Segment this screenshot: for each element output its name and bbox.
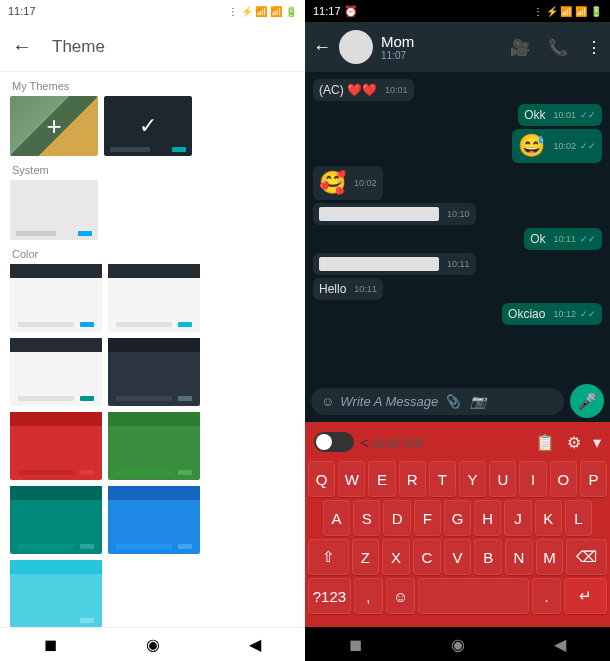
add-theme-card[interactable] [10,96,98,156]
chat-body[interactable]: (AC) ❤️❤️10:01Okk10:01✓✓😅10:02✓✓🥰10:0210… [305,72,610,380]
key[interactable]: P [580,461,607,497]
nav-home-icon[interactable]: ◉ [451,635,465,654]
color-swatch[interactable] [10,560,102,628]
android-nav-bar: ◼ ◉ ◀ [0,627,305,661]
key[interactable]: X [382,539,410,575]
attach-icon[interactable]: 📎 [444,394,460,409]
key[interactable]: Q [308,461,335,497]
key[interactable]: F [414,500,441,536]
key[interactable]: D [383,500,410,536]
key-period[interactable]: . [532,578,561,614]
key[interactable]: O [550,461,577,497]
key[interactable]: H [474,500,501,536]
message-bubble[interactable]: Okciao10:12✓✓ [502,303,602,325]
color-swatch[interactable] [10,264,102,332]
message-bubble[interactable]: 10:10 [313,203,476,225]
message-row: Hello10:11 [313,278,602,300]
color-swatch[interactable] [108,486,200,554]
key[interactable]: ⌫ [566,539,607,575]
key-numbers[interactable]: ?123 [308,578,351,614]
message-row: Ok10:11✓✓ [313,228,602,250]
key[interactable]: A [323,500,350,536]
settings-icon[interactable]: ⚙ [567,433,581,452]
nav-back-icon[interactable]: ◀ [249,635,261,654]
message-row: 😅10:02✓✓ [313,129,602,163]
key-enter[interactable]: ↵ [564,578,607,614]
more-icon[interactable]: ⋮ [586,38,602,57]
back-arrow-icon[interactable]: ← [12,35,32,58]
keyboard-toggle[interactable] [314,432,354,452]
key[interactable]: M [536,539,564,575]
key[interactable]: N [505,539,533,575]
mic-button[interactable]: 🎤 [570,384,604,418]
voice-call-icon[interactable]: 📞 [548,38,568,57]
video-call-icon[interactable]: 🎥 [510,38,530,57]
nav-back-icon[interactable]: ◀ [554,635,566,654]
section-my-themes: My Themes [0,72,305,96]
nav-recent-icon[interactable]: ◼ [349,635,362,654]
my-themes-grid [0,96,305,156]
back-arrow-icon[interactable]: ← [313,37,331,58]
key[interactable]: C [413,539,441,575]
message-row: 🥰10:02 [313,166,602,200]
key[interactable]: K [535,500,562,536]
key-space[interactable] [418,578,529,614]
message-bubble[interactable]: Hello10:11 [313,278,383,300]
chat-panel: 11:17 ⏰ ⋮ ⚡ 📶 📶 🔋 ← Mom 11:07 🎥 📞 ⋮ (AC)… [305,0,610,661]
chat-action-icons: 🎥 📞 ⋮ [510,38,602,57]
key[interactable]: Y [459,461,486,497]
section-system: System [0,156,305,180]
camera-icon[interactable]: 📷 [470,394,486,409]
key[interactable]: V [444,539,472,575]
contact-name: Mom [381,33,502,50]
message-bubble[interactable]: 😅10:02✓✓ [512,129,602,163]
key-emoji[interactable]: ☺ [386,578,415,614]
color-swatch[interactable] [10,486,102,554]
chat-info[interactable]: Mom 11:07 [381,33,502,61]
message-bubble[interactable]: (AC) ❤️❤️10:01 [313,79,414,101]
avatar[interactable] [339,30,373,64]
page-title: Theme [52,37,105,57]
collapse-icon[interactable]: ▾ [593,433,601,452]
key[interactable]: I [519,461,546,497]
key[interactable]: E [368,461,395,497]
key[interactable]: L [565,500,592,536]
emoji-icon[interactable]: ☺ [321,394,334,409]
key[interactable]: B [474,539,502,575]
key[interactable]: W [338,461,365,497]
color-swatch[interactable] [10,412,102,480]
key[interactable]: T [429,461,456,497]
message-bubble[interactable]: 🥰10:02 [313,166,383,200]
key-comma[interactable]: , [354,578,383,614]
key[interactable]: S [353,500,380,536]
color-swatch[interactable] [108,338,200,406]
system-theme-card[interactable] [10,180,98,240]
keyboard: < And Gif 📋 ⚙ ▾ QWERTYUIOPASDFGHJKL⇧ZXCV… [305,422,610,627]
color-swatch[interactable] [10,338,102,406]
nav-recent-icon[interactable]: ◼ [44,635,57,654]
status-bar-right: 11:17 ⏰ ⋮ ⚡ 📶 📶 🔋 [305,0,610,22]
message-row: Okk10:01✓✓ [313,104,602,126]
key[interactable]: G [444,500,471,536]
message-bubble[interactable]: 10:11 [313,253,476,275]
message-row: 10:10 [313,203,602,225]
status-time: 11:17 [8,5,36,17]
status-time: 11:17 ⏰ [313,5,358,18]
message-input[interactable]: ☺ Write A Message 📎 📷 [311,388,564,415]
message-bubble[interactable]: Ok10:11✓✓ [524,228,602,250]
status-icons: ⋮ ⚡ 📶 📶 🔋 [533,6,602,17]
key[interactable]: Z [352,539,380,575]
selected-theme-card[interactable] [104,96,192,156]
keyboard-suggestion[interactable]: < And Gif [360,434,529,451]
chat-header: ← Mom 11:07 🎥 📞 ⋮ [305,22,610,72]
key[interactable]: R [399,461,426,497]
color-swatch[interactable] [108,412,200,480]
nav-home-icon[interactable]: ◉ [146,635,160,654]
clipboard-icon[interactable]: 📋 [535,433,555,452]
key[interactable]: J [504,500,531,536]
section-color: Color [0,240,305,264]
key[interactable]: U [489,461,516,497]
message-bubble[interactable]: Okk10:01✓✓ [518,104,602,126]
color-swatch[interactable] [108,264,200,332]
key[interactable]: ⇧ [308,539,349,575]
